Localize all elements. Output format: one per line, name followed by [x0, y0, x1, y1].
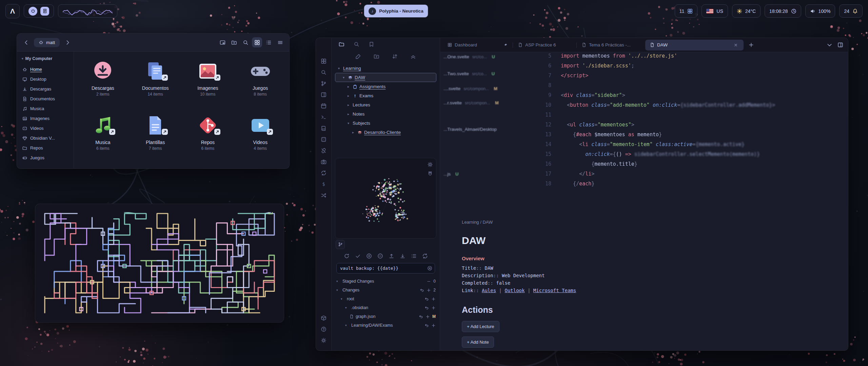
git-row-obsidian[interactable]: ▾.obsidian	[336, 303, 436, 312]
action-button-add-note[interactable]: + Add Note	[462, 337, 494, 348]
git-upload-button[interactable]	[387, 252, 396, 260]
graph-pin-button[interactable]	[426, 170, 434, 178]
list-button[interactable]	[263, 37, 274, 47]
new-folder-button[interactable]	[373, 52, 381, 60]
action-button-add-lecture[interactable]: + Add Lecture	[462, 321, 499, 332]
folder-documentos[interactable]: Documentos14 items	[129, 56, 182, 110]
git-row-staged-changes[interactable]: ▾Staged Changes0	[336, 277, 436, 286]
ribbon-dollar-button[interactable]: $	[318, 179, 329, 189]
graph-settings-button[interactable]	[426, 160, 434, 168]
sidebar-item-documentos[interactable]: Documentos	[20, 94, 71, 104]
sidetab-search-button[interactable]	[351, 39, 361, 49]
tree-item-lectures[interactable]: ▸Lectures	[335, 100, 436, 109]
tree-item-subjects[interactable]: ▾Subjects	[335, 119, 436, 128]
menu-button[interactable]	[275, 37, 285, 47]
git-row-changes[interactable]: ▾Changes2	[336, 286, 436, 294]
git-download-button[interactable]	[398, 252, 407, 260]
ribbon-link-off-button[interactable]	[318, 145, 329, 156]
ribbon-calendar-button[interactable]	[318, 100, 329, 111]
folder-videos[interactable]: Videos4 items	[234, 110, 287, 165]
tab-dashboard[interactable]: Dashboard	[443, 40, 512, 50]
tree-item-learning[interactable]: ▾Learning	[335, 64, 436, 73]
notifications-widget[interactable]: 24	[839, 4, 863, 18]
git-sync-button[interactable]	[421, 252, 429, 260]
git-panel-button[interactable]	[336, 240, 345, 249]
ribbon-book-button[interactable]	[318, 123, 329, 134]
search-button[interactable]	[240, 37, 251, 47]
commit-message-input[interactable]	[336, 263, 435, 273]
tab-daw[interactable]: DAW	[645, 40, 744, 50]
ribbon-terminal-button[interactable]	[318, 111, 329, 122]
tab-asp-practice-6[interactable]: ASP Practice 6	[513, 40, 576, 50]
tree-item-assignments[interactable]: ▸Assignments	[335, 82, 436, 91]
sidebar-item-desktop[interactable]: Desktop	[20, 74, 71, 84]
notes-button[interactable]	[40, 7, 49, 16]
new-note-button[interactable]	[354, 52, 362, 60]
ribbon-help-button[interactable]	[318, 324, 329, 334]
folder-plantillas[interactable]: Plantillas7 items	[129, 110, 182, 165]
sidebar-item-repos[interactable]: Repos	[20, 143, 71, 153]
back-button[interactable]	[21, 37, 31, 47]
sidebar-item-descargas[interactable]: Descargas	[20, 84, 71, 94]
grid-button[interactable]	[252, 37, 262, 47]
field-link-outlook[interactable]: Outlook	[505, 288, 525, 293]
sidebar-item-juegos[interactable]: Juegos	[20, 153, 71, 163]
toggle-right-sidebar-button[interactable]	[835, 40, 845, 50]
ribbon-camera-button[interactable]	[318, 156, 329, 167]
sidetab-bookmark-button[interactable]	[366, 39, 376, 49]
ribbon-dice-button[interactable]	[318, 134, 329, 145]
sidebar-item-musica[interactable]: Musica	[20, 104, 71, 114]
folder-descargas[interactable]: Descargas2 items	[77, 56, 129, 110]
tree-item-desarrollo-cliente[interactable]: ▸Desarrollo-Cliente	[335, 128, 436, 137]
new-folder-button[interactable]	[229, 37, 239, 47]
folder-imagenes[interactable]: Imagenes10 items	[182, 56, 234, 110]
weather-widget[interactable]: 24°C	[732, 4, 761, 18]
sidebar-item-videos[interactable]: Videos	[20, 123, 71, 133]
git-minus-circle-button[interactable]	[376, 252, 384, 260]
collapse-button[interactable]	[409, 52, 417, 60]
folder-juegos[interactable]: Juegos8 items	[234, 56, 287, 110]
power-button[interactable]	[28, 7, 37, 16]
field-link-microsoft-teams[interactable]: Microsoft Teams	[533, 288, 576, 293]
git-refresh-button[interactable]	[342, 252, 351, 260]
close-tab-button[interactable]	[733, 42, 739, 48]
graph-view[interactable]	[335, 158, 436, 238]
sidebar-item-home[interactable]: Home	[20, 64, 71, 74]
tab-tema-6-pr-cticas[interactable]: Tema 6 Prácticas -...	[577, 40, 645, 50]
tree-item-exams[interactable]: ▸!Exams	[335, 91, 436, 100]
sort-button[interactable]	[391, 52, 399, 60]
ribbon-layout-grid-button[interactable]	[318, 56, 329, 66]
ribbon-gear-button[interactable]	[318, 335, 329, 346]
tree-item-daw[interactable]: ▾DAW	[335, 73, 436, 82]
ribbon-layout-button[interactable]	[318, 89, 329, 100]
ribbon-box-button[interactable]	[318, 312, 329, 323]
folder-repos[interactable]: Repos6 items	[182, 110, 234, 165]
ribbon-search-button[interactable]	[318, 67, 329, 78]
git-row-root[interactable]: ▾root	[336, 294, 436, 303]
new-tab-button[interactable]	[746, 40, 756, 50]
sidebar-item-imagenes[interactable]: Imagenes	[20, 114, 71, 123]
clock-widget[interactable]: 18:08:28	[765, 4, 801, 18]
sidetab-folder-button[interactable]	[336, 39, 347, 49]
field-link-aules[interactable]: Aules	[482, 288, 496, 293]
volume-widget[interactable]: 100%	[805, 4, 835, 18]
launcher-button[interactable]: Λ	[5, 4, 20, 18]
git-row-graph-json[interactable]: graph.jsonM	[336, 312, 436, 321]
tab-list-button[interactable]	[824, 40, 834, 50]
pip-button[interactable]	[217, 37, 228, 47]
ribbon-sync-button[interactable]	[318, 167, 329, 178]
media-widget[interactable]: ♪ Polyphia - Neurotica	[364, 4, 428, 18]
ribbon-shuffle-button[interactable]	[318, 190, 329, 201]
git-list-button[interactable]	[410, 252, 418, 260]
tree-item-notes[interactable]: ▸Notes	[335, 109, 436, 119]
keyboard-widget[interactable]: US	[702, 4, 728, 18]
workspaces-widget[interactable]: 11	[675, 4, 698, 18]
git-check-button[interactable]	[354, 252, 362, 260]
sidebar-item-obsidian-v[interactable]: Obsidian V...	[20, 133, 71, 143]
breadcrumb[interactable]: matt	[34, 38, 60, 47]
forward-button[interactable]	[62, 37, 73, 47]
ribbon-git-branch-button[interactable]	[318, 78, 329, 89]
git-row-learning-daw-exams[interactable]: ▾Learning/DAW/Exams	[336, 321, 436, 330]
folder-musica[interactable]: Musica6 items	[77, 110, 129, 165]
clear-commit-message-button[interactable]	[427, 265, 433, 271]
